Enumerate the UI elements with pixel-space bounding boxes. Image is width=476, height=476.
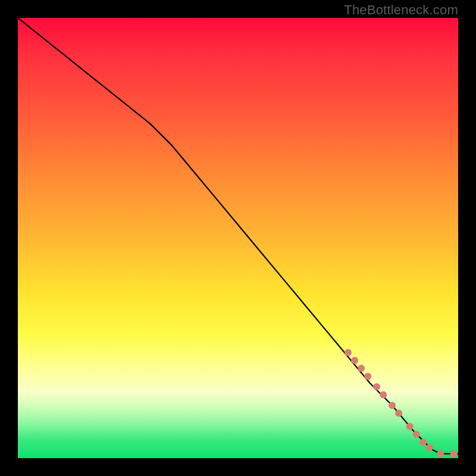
data-point: [351, 357, 358, 364]
data-point: [414, 431, 419, 437]
data-point: [407, 424, 413, 430]
marker-group: [345, 349, 458, 457]
data-point: [389, 402, 396, 409]
data-point: [426, 444, 433, 451]
data-point: [450, 450, 458, 458]
data-point: [345, 349, 352, 356]
data-point: [364, 372, 371, 380]
chart-overlay: [18, 18, 458, 458]
data-point: [437, 450, 444, 458]
data-point: [395, 410, 402, 417]
attribution-label: TheBottleneck.com: [344, 2, 458, 18]
chart-frame: TheBottleneck.com: [0, 0, 476, 476]
data-point: [419, 439, 427, 446]
data-point: [380, 392, 386, 397]
data-point: [358, 365, 365, 372]
data-point: [374, 384, 380, 390]
bottleneck-curve: [18, 18, 458, 454]
